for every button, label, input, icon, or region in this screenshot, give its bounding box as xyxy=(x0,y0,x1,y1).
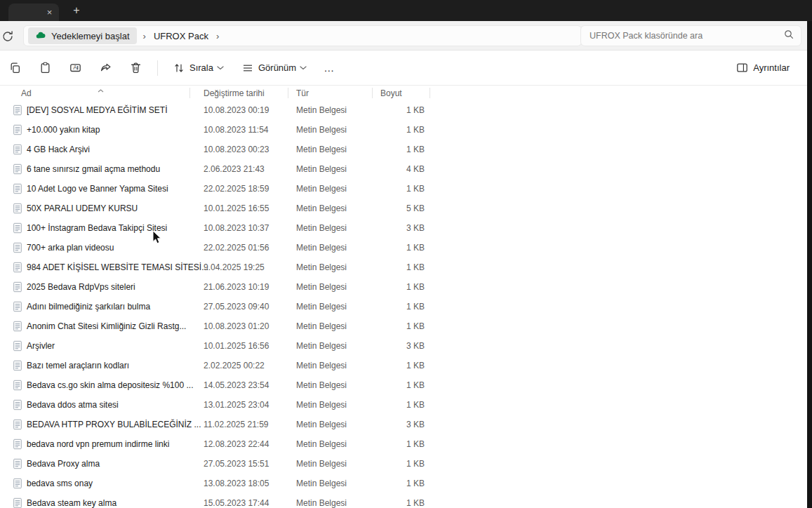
file-name: bedava sms onay xyxy=(27,479,93,488)
column-separator[interactable] xyxy=(189,88,190,98)
breadcrumb-root-label: Yedeklemeyi başlat xyxy=(51,31,130,41)
view-button[interactable]: Görünüm xyxy=(233,56,316,80)
file-type: Metin Belgesi xyxy=(296,321,347,331)
file-row[interactable]: +10.000 yakın kitap 10.08.2023 11:54 Met… xyxy=(0,120,807,140)
file-size: 1 KB xyxy=(365,105,425,115)
explorer-tab[interactable]: × xyxy=(8,4,59,21)
file-row[interactable]: 984 ADET KİŞİSEL WEBSİTE TEMASI SİTESİ..… xyxy=(0,258,807,277)
file-type: Metin Belgesi xyxy=(296,341,347,351)
column-separator[interactable] xyxy=(372,88,373,98)
search-icon[interactable] xyxy=(784,29,794,42)
file-date: 10.01.2025 16:55 xyxy=(204,203,269,213)
file-row[interactable]: Arşivler 10.01.2025 16:56 Metin Belgesi … xyxy=(0,336,807,356)
file-row[interactable]: BEDAVA HTTP PROXY BULABİLECEĞİNİZ ... 11… xyxy=(0,415,807,434)
breadcrumb-chevron-icon[interactable]: › xyxy=(137,31,152,41)
text-file-icon xyxy=(12,124,23,135)
file-date: 11.02.2025 21:59 xyxy=(204,420,269,429)
file-row[interactable]: Bazı temel araçların kodları 2.02.2025 0… xyxy=(0,356,807,375)
file-row[interactable]: 4 GB Hack Arşivi 10.08.2023 00:23 Metin … xyxy=(0,140,807,159)
command-toolbar: A Sırala Görünüm … Ayrıntılar xyxy=(0,51,807,86)
file-row[interactable]: Bedava steam key alma 15.05.2023 17:44 M… xyxy=(0,493,807,508)
file-type: Metin Belgesi xyxy=(296,498,347,508)
text-file-icon xyxy=(12,203,23,214)
file-row[interactable]: bedava nord vpn premum indirme linki 12.… xyxy=(0,434,807,454)
details-pane-icon xyxy=(736,62,748,74)
file-row[interactable]: 50X PARALI UDEMY KURSU 10.01.2025 16:55 … xyxy=(0,199,807,218)
file-size: 1 KB xyxy=(365,380,425,390)
chevron-down-icon xyxy=(217,66,224,70)
copy-button[interactable] xyxy=(0,56,30,80)
breadcrumb-chevron-icon[interactable]: › xyxy=(210,31,225,41)
toolbar-divider xyxy=(157,60,158,76)
file-date: 2.06.2023 21:43 xyxy=(204,164,265,174)
file-row[interactable]: 6 tane sınırsız gmail açma methodu 2.06.… xyxy=(0,159,807,179)
file-row[interactable]: Bedava cs.go skin alma depositesiz %100 … xyxy=(0,375,807,395)
sort-button[interactable]: Sırala xyxy=(164,56,233,80)
paste-icon xyxy=(39,62,51,74)
column-separator[interactable] xyxy=(430,88,430,98)
text-file-icon xyxy=(12,144,23,155)
text-file-icon xyxy=(12,497,23,508)
column-header-name[interactable]: Ad xyxy=(21,88,32,98)
file-row[interactable]: 2025 Bedava RdpVps siteleri 21.06.2023 1… xyxy=(0,277,807,297)
rename-button[interactable]: A xyxy=(60,56,91,80)
file-type: Metin Belgesi xyxy=(296,262,347,272)
file-row[interactable]: Anonim Chat Sitesi Kimliğiniz Gizli Rast… xyxy=(0,316,807,336)
file-row[interactable]: Adını bilmediğiniz şarkıları bulma 27.05… xyxy=(0,297,807,316)
file-size: 1 KB xyxy=(365,243,425,253)
new-tab-button[interactable]: + xyxy=(69,4,84,18)
file-size: 1 KB xyxy=(365,145,425,154)
file-name: 10 Adet Logo ve Banner Yapma Sitesi xyxy=(27,184,168,194)
file-size: 1 KB xyxy=(365,125,425,135)
sort-label: Sırala xyxy=(189,62,213,73)
file-row[interactable]: 10 Adet Logo ve Banner Yapma Sitesi 22.0… xyxy=(0,179,807,199)
file-row[interactable]: 700+ arka plan videosu 22.02.2025 01:56 … xyxy=(0,238,807,258)
file-name: Bedava Proxy alma xyxy=(27,459,100,469)
file-size: 1 KB xyxy=(365,184,425,194)
rename-icon: A xyxy=(69,62,81,74)
file-list: [DEV] SOSYAL MEDYA EĞİTİM SETİ 10.08.202… xyxy=(0,100,807,508)
tab-close-icon[interactable]: × xyxy=(44,6,55,18)
text-file-icon xyxy=(12,301,23,312)
column-header-size[interactable]: Boyut xyxy=(380,88,402,98)
column-header-type[interactable]: Tür xyxy=(296,88,309,98)
file-name: BEDAVA HTTP PROXY BULABİLECEĞİNİZ ... xyxy=(27,420,201,429)
file-row[interactable]: [DEV] SOSYAL MEDYA EĞİTİM SETİ 10.08.202… xyxy=(0,100,807,120)
address-bar[interactable]: Yedeklemeyi başlat › UFROX Pack › xyxy=(23,25,582,46)
sort-ascending-caret-icon xyxy=(98,85,104,95)
svg-text:A: A xyxy=(73,64,77,71)
paste-button[interactable] xyxy=(30,56,60,80)
more-options-button[interactable]: … xyxy=(316,56,342,80)
file-row[interactable]: 100+ İnstagram Bedava Takipçi Sitesi 10.… xyxy=(0,218,807,238)
file-type: Metin Belgesi xyxy=(296,125,347,135)
onedrive-backup-button[interactable]: Yedeklemeyi başlat xyxy=(28,27,137,44)
file-type: Metin Belgesi xyxy=(296,105,347,115)
text-file-icon xyxy=(12,439,23,450)
file-row[interactable]: Bedava ddos atma sitesi 13.01.2025 23:04… xyxy=(0,395,807,415)
sort-icon xyxy=(173,62,185,74)
file-name: Bedava cs.go skin alma depositesiz %100 … xyxy=(27,380,193,390)
file-row[interactable]: bedava sms onay 13.08.2023 18:05 Metin B… xyxy=(0,474,807,493)
chevron-down-icon xyxy=(300,66,307,70)
text-file-icon xyxy=(12,105,23,116)
search-input[interactable] xyxy=(588,30,784,41)
file-date: 22.02.2025 18:59 xyxy=(204,184,269,194)
file-name: Anonim Chat Sitesi Kimliğiniz Gizli Rast… xyxy=(27,321,186,331)
file-size: 3 KB xyxy=(365,341,425,351)
file-row[interactable]: Bedava Proxy alma 27.05.2023 15:51 Metin… xyxy=(0,454,807,474)
text-file-icon xyxy=(12,242,23,253)
file-name: 700+ arka plan videosu xyxy=(27,243,114,253)
share-button[interactable] xyxy=(91,56,121,80)
breadcrumb-current-folder[interactable]: UFROX Pack xyxy=(152,31,210,41)
file-size: 1 KB xyxy=(365,439,425,449)
details-pane-button[interactable]: Ayrıntılar xyxy=(727,56,799,80)
file-type: Metin Belgesi xyxy=(296,439,347,449)
file-name: Arşivler xyxy=(27,341,55,351)
delete-button[interactable] xyxy=(121,56,151,80)
file-type: Metin Belgesi xyxy=(296,203,347,213)
refresh-icon[interactable] xyxy=(1,30,14,43)
file-date: 13.01.2025 23:04 xyxy=(204,400,269,410)
column-separator[interactable] xyxy=(288,88,288,98)
file-type: Metin Belgesi xyxy=(296,184,347,194)
column-header-date-modified[interactable]: Değiştirme tarihi xyxy=(204,88,265,98)
